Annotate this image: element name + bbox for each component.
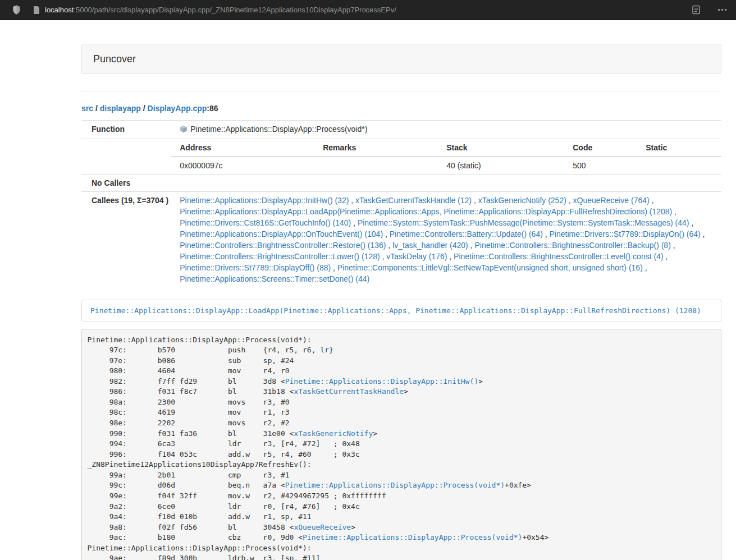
callee-separator: ,	[349, 196, 355, 205]
callee-link[interactable]: Pinetime::Applications::Screens::Timer::…	[180, 274, 369, 283]
callee-link[interactable]: Pinetime::Controllers::BrightnessControl…	[474, 241, 670, 250]
callees-row: Callees (19, Σ=3704 ) Pinetime::Applicat…	[81, 192, 721, 288]
address-value: 0x0000097c	[171, 157, 314, 174]
shield-icon[interactable]	[12, 5, 21, 15]
callee-link[interactable]: vTaskDelay (176)	[386, 252, 447, 261]
code-size-value: 500	[564, 157, 637, 174]
symbol-table: Function Pinetime::Applications::Display…	[81, 120, 721, 287]
callee-link[interactable]: Pinetime::Applications::DisplayApp::Load…	[180, 207, 672, 216]
callee-link[interactable]: Pinetime::Controllers::Battery::Update()…	[390, 229, 543, 238]
callee-link[interactable]: Pinetime::Applications::DisplayApp::Init…	[180, 196, 349, 205]
code-symbol-link[interactable]: xQueueReceive	[294, 523, 351, 531]
callee-separator: ,	[331, 263, 337, 272]
column-code: Code	[564, 139, 637, 157]
callee-separator: ,	[380, 252, 387, 261]
callee-link[interactable]: Pinetime::Drivers::St7789::DisplayOff() …	[180, 263, 331, 272]
brand-panel: Puncover	[81, 44, 721, 74]
callee-separator: ,	[672, 207, 676, 216]
callee-separator: ,	[386, 241, 392, 250]
cube-symbol-icon	[180, 125, 188, 136]
breadcrumb-separator: /	[141, 104, 148, 113]
code-symbol-link[interactable]: Pinetime::Applications::DisplayApp::Init…	[285, 377, 478, 385]
callees-list: Pinetime::Applications::DisplayApp::Init…	[171, 192, 721, 288]
browser-chrome: localhost:5000/path/src/displayapp/Displ…	[0, 0, 736, 20]
callee-link[interactable]: Pinetime::Controllers::BrightnessControl…	[180, 252, 380, 261]
metrics-row-header	[81, 139, 171, 175]
disassembly-block: Pinetime::Applications::DisplayApp::Proc…	[81, 329, 721, 560]
callee-link[interactable]: lv_task_handler (420)	[392, 241, 468, 250]
metrics-cell: Address Remarks Stack Code Static 0x0000…	[171, 139, 721, 175]
callee-separator: ,	[643, 263, 647, 272]
function-row: Function Pinetime::Applications::Display…	[81, 121, 721, 139]
brand-title: Puncover	[93, 53, 136, 65]
callee-separator: ,	[671, 241, 675, 250]
column-address: Address	[171, 139, 314, 157]
code-symbol-link[interactable]: Pinetime::Applications::DisplayApp::Proc…	[285, 481, 505, 489]
page-icon	[33, 6, 40, 14]
callee-separator: ,	[650, 196, 654, 205]
breadcrumb: src / displayapp / DisplayApp.cpp:86	[81, 103, 721, 114]
url-host: localhost	[45, 6, 74, 14]
callee-separator: ,	[351, 218, 358, 227]
callee-separator: ,	[447, 252, 454, 261]
callee-separator: ,	[664, 252, 668, 261]
function-cell: Pinetime::Applications::DisplayApp::Proc…	[171, 121, 721, 139]
callee-link[interactable]: Pinetime::Applications::DisplayApp::OnTo…	[180, 229, 383, 238]
metrics-table: Address Remarks Stack Code Static 0x0000…	[171, 139, 721, 174]
function-signature: Pinetime::Applications::DisplayApp::Proc…	[190, 125, 367, 134]
callee-link[interactable]: Pinetime::Controllers::BrightnessControl…	[454, 252, 663, 261]
breadcrumb-line-number: :86	[207, 104, 218, 113]
callee-separator: ,	[689, 218, 693, 227]
column-remarks: Remarks	[314, 139, 438, 157]
breadcrumb-displayapp[interactable]: displayapp	[100, 104, 141, 113]
remarks-value	[314, 157, 438, 174]
code-symbol-link[interactable]: xTaskGetCurrentTaskHandle	[294, 387, 404, 396]
stack-value: 40 (static)	[438, 157, 564, 174]
callees-label: Callees (19, Σ=3704 )	[81, 192, 171, 288]
column-static: Static	[637, 139, 721, 157]
static-value	[637, 157, 721, 174]
no-callers-row: No Callers	[81, 175, 721, 192]
highlight-symbol-box: Pinetime::Applications::DisplayApp::Load…	[81, 300, 721, 322]
highlight-symbol-link[interactable]: Pinetime::Applications::DisplayApp::Load…	[90, 306, 701, 315]
callee-link[interactable]: Pinetime::Drivers::Cst816S::GetTouchInfo…	[180, 218, 351, 227]
breadcrumb-file[interactable]: DisplayApp.cpp	[148, 104, 207, 113]
callee-separator: ,	[468, 241, 475, 250]
metrics-row: Address Remarks Stack Code Static 0x0000…	[81, 139, 721, 175]
callee-link[interactable]: xTaskGetCurrentTaskHandle (12)	[355, 196, 472, 205]
callee-separator: ,	[566, 196, 573, 205]
url-path: :5000/path/src/displayapp/DisplayApp.cpp…	[74, 6, 396, 14]
callee-separator: ,	[543, 229, 550, 238]
breadcrumb-separator: /	[93, 104, 100, 113]
callee-link[interactable]: Pinetime::Controllers::BrightnessControl…	[180, 241, 386, 250]
column-stack: Stack	[438, 139, 564, 157]
callee-separator: ,	[383, 229, 390, 238]
main-content: Puncover src / displayapp / DisplayApp.c…	[81, 44, 721, 560]
code-symbol-link[interactable]: Pinetime::Applications::DisplayApp::Proc…	[303, 533, 522, 541]
callee-separator: ,	[472, 196, 478, 205]
function-label: Function	[81, 121, 171, 139]
callee-link[interactable]: Pinetime::Drivers::St7789::DisplayOn() (…	[550, 229, 701, 238]
reader-mode-icon[interactable]	[692, 5, 701, 15]
callee-link[interactable]: Pinetime::System::SystemTask::PushMessag…	[358, 218, 689, 227]
callee-link[interactable]: xTaskGenericNotify (252)	[478, 196, 566, 205]
callee-link[interactable]: Pinetime::Components::LittleVgl::SetNewT…	[337, 263, 643, 272]
menu-dots-icon[interactable]	[717, 8, 727, 11]
metrics-values-row: 0x0000097c 40 (static) 500	[171, 157, 721, 174]
callee-separator: ,	[701, 229, 705, 238]
breadcrumb-src[interactable]: src	[81, 104, 93, 113]
callee-link[interactable]: xQueueReceive (764)	[573, 196, 650, 205]
code-symbol-link[interactable]: xTaskGenericNotify	[294, 429, 373, 438]
metrics-header-row: Address Remarks Stack Code Static	[171, 139, 721, 157]
no-callers-label: No Callers	[81, 175, 171, 192]
url-bar[interactable]: localhost:5000/path/src/displayapp/Displ…	[45, 6, 692, 14]
no-callers-cell	[171, 175, 721, 192]
divider	[81, 91, 721, 91]
